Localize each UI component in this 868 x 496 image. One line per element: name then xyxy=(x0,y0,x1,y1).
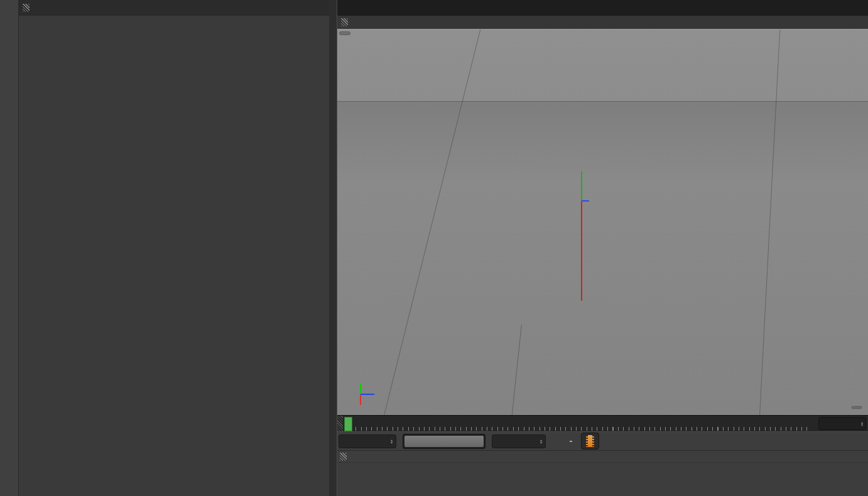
current-frame-field[interactable]: ▴▾ xyxy=(818,417,866,430)
material-grid xyxy=(19,16,329,496)
panel-grip-icon[interactable] xyxy=(340,453,347,461)
material-menubar xyxy=(19,0,329,16)
transport-bar: ▴▾ ▴▾ xyxy=(337,431,868,450)
cube-grid-scene[interactable] xyxy=(337,30,868,415)
origin-z-axis xyxy=(582,200,589,202)
viewport-column: ▴▾ ▴▾ ▴▾ xyxy=(337,0,868,496)
origin-x-axis xyxy=(581,202,582,301)
axis-x-line xyxy=(360,395,361,405)
viewport-menubar xyxy=(337,16,868,30)
frame-range-slider[interactable] xyxy=(403,434,486,449)
axis-legend xyxy=(354,376,391,415)
spinner-icon[interactable]: ▴▾ xyxy=(540,439,542,444)
view-label[interactable] xyxy=(339,31,350,35)
panel-divider[interactable] xyxy=(329,0,337,496)
frame-start-field[interactable]: ▴▾ xyxy=(339,434,396,448)
editor-tabbar xyxy=(337,0,868,16)
timeline-mode-button[interactable] xyxy=(581,433,599,450)
axis-y-line xyxy=(360,384,361,394)
spinner-icon[interactable]: ▴▾ xyxy=(861,421,863,426)
panel-grip-icon[interactable] xyxy=(23,4,30,12)
keying-options-group xyxy=(570,441,572,442)
frame-end-field[interactable]: ▴▾ xyxy=(492,434,546,448)
frame-ticks xyxy=(350,427,812,431)
frame-range-bar[interactable] xyxy=(404,436,484,447)
viewport-canvas[interactable] xyxy=(337,30,868,415)
playhead[interactable] xyxy=(344,417,352,431)
panel-grip-icon[interactable] xyxy=(341,18,348,26)
coordinates-header xyxy=(337,451,868,463)
filmstrip-icon xyxy=(586,435,594,447)
cinema4d-window: ▴▾ ▴▾ ▴▾ xyxy=(0,0,868,496)
timeline-ruler-row: ▴▾ xyxy=(337,415,868,431)
coordinates-panel xyxy=(337,450,868,496)
origin-y-axis xyxy=(581,171,582,202)
axis-z-line xyxy=(361,394,374,395)
spinner-icon[interactable]: ▴▾ xyxy=(391,439,393,444)
ruler-grip-icon[interactable] xyxy=(337,416,343,431)
grid-spacing-badge xyxy=(850,405,863,410)
material-manager xyxy=(19,0,329,496)
left-toolbar xyxy=(0,0,19,496)
timeline-ruler[interactable] xyxy=(343,416,816,431)
